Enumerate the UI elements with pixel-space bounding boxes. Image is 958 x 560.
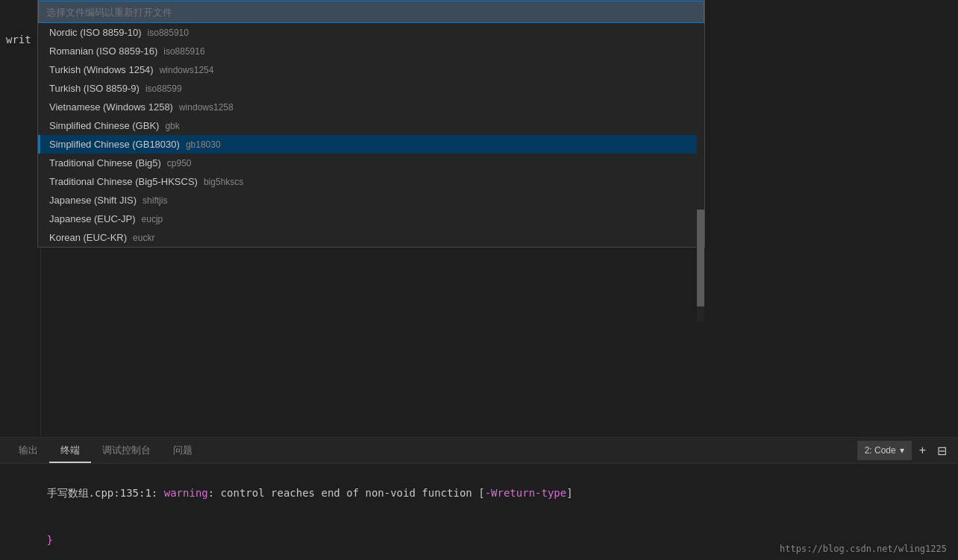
encoding-search-input[interactable] [38, 1, 704, 23]
scrollbar-thumb[interactable] [697, 210, 704, 306]
encoding-item-name: Turkish (Windows 1254) [49, 64, 154, 75]
encoding-list-item[interactable]: Traditional Chinese (Big5-HKSCS)big5hksc… [38, 172, 704, 191]
terminal-content: 手写数组.cpp:135:1: warning: control reaches… [0, 464, 958, 560]
split-terminal-button[interactable]: ⊟ [933, 442, 951, 459]
encoding-list-item[interactable]: Romanian (ISO 8859-16)iso885916 [38, 42, 704, 60]
tab-output[interactable]: 输出 [7, 438, 49, 463]
terminal-url: https://blog.csdn.net/wling1225 [780, 544, 947, 554]
terminal-selector-dropdown[interactable]: 2: Code ▾ [857, 441, 912, 460]
tab-problems[interactable]: 问题 [162, 438, 204, 463]
encoding-list-item[interactable]: Korean (EUC-KR)euckr [38, 228, 704, 247]
encoding-item-code: cp950 [167, 158, 192, 169]
tab-debug-console[interactable]: 调试控制台 [91, 438, 162, 463]
encoding-list-item[interactable]: Traditional Chinese (Big5)cp950 [38, 154, 704, 172]
encoding-item-name: Vietnamese (Windows 1258) [49, 101, 173, 113]
encoding-list-item[interactable]: Turkish (ISO 8859-9)iso88599 [38, 79, 704, 98]
encoding-item-code: euckr [133, 233, 154, 243]
tab-terminal[interactable]: 终端 [49, 438, 91, 463]
panel-tabs: 输出 终端 调试控制台 问题 2: Code ▾ + ⊟ [0, 438, 958, 464]
encoding-item-name: Simplified Chinese (GBK) [49, 120, 159, 131]
encoding-item-code: iso885916 [163, 46, 204, 57]
encoding-list-item[interactable]: Simplified Chinese (GBK)gbk [38, 116, 704, 135]
encoding-item-name: Japanese (Shift JIS) [49, 195, 137, 206]
encoding-item-code: windows1258 [179, 102, 234, 113]
code-gutter: writ [0, 26, 41, 440]
encoding-item-name: Japanese (EUC-JP) [49, 213, 136, 224]
encoding-list: Nordic (ISO 8859-10)iso885910Romanian (I… [38, 23, 704, 247]
encoding-item-code: shiftjis [143, 195, 167, 206]
encoding-item-name: Simplified Chinese (GB18030) [49, 139, 180, 150]
encoding-item-code: windows1254 [160, 65, 214, 75]
editor-code-text: writ [0, 30, 40, 49]
encoding-item-code: iso885910 [148, 28, 189, 38]
encoding-item-name: Traditional Chinese (Big5) [49, 157, 161, 169]
terminal-line-warning: 手写数组.cpp:135:1: warning: control reaches… [9, 470, 949, 517]
encoding-item-code: big5hkscs [204, 177, 243, 187]
encoding-item-name: Romanian (ISO 8859-16) [49, 45, 157, 57]
encoding-list-item[interactable]: Japanese (Shift JIS)shiftjis [38, 191, 704, 210]
encoding-item-name: Korean (EUC-KR) [49, 232, 127, 243]
encoding-item-name: Traditional Chinese (Big5-HKSCS) [49, 176, 198, 187]
encoding-item-code: iso88599 [145, 84, 182, 94]
encoding-list-item[interactable]: Simplified Chinese (GB18030)gb18030 [38, 135, 704, 154]
encoding-list-item[interactable]: Japanese (EUC-JP)eucjp [38, 210, 704, 228]
encoding-dropdown: Nordic (ISO 8859-10)iso885910Romanian (I… [37, 0, 705, 248]
encoding-list-item[interactable]: Nordic (ISO 8859-10)iso885910 [38, 23, 704, 42]
chevron-down-icon: ▾ [900, 445, 904, 456]
encoding-item-name: Nordic (ISO 8859-10) [49, 27, 142, 38]
encoding-item-code: eucjp [142, 214, 163, 224]
encoding-list-item[interactable]: Vietnamese (Windows 1258)windows1258 [38, 98, 704, 116]
encoding-item-code: gb18030 [186, 139, 221, 150]
scrollbar-track[interactable] [697, 23, 704, 321]
encoding-item-code: gbk [165, 121, 179, 131]
bottom-panel: 输出 终端 调试控制台 问题 2: Code ▾ + ⊟ 手写数组.cpp:13 [0, 437, 958, 560]
panel-right-controls: 2: Code ▾ + ⊟ [857, 441, 958, 460]
add-terminal-button[interactable]: + [915, 442, 930, 459]
encoding-list-item[interactable]: Turkish (Windows 1254)windows1254 [38, 60, 704, 79]
encoding-item-name: Turkish (ISO 8859-9) [49, 83, 140, 94]
